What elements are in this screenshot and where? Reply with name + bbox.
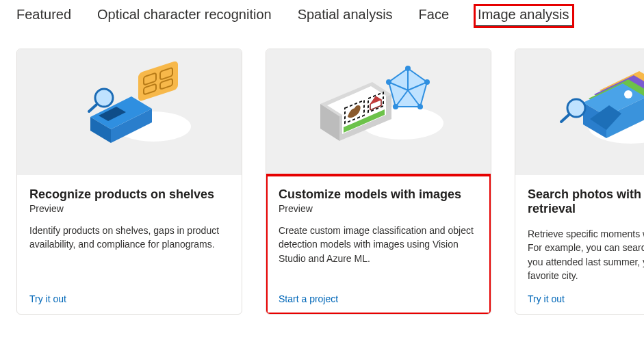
card-description: Create custom image classification and o… [279,224,478,282]
card-body: Recognize products on shelves Preview Id… [17,175,242,314]
shelf-scanner-icon [57,61,201,163]
card-search-photos[interactable]: Search photos with image retrieval Retri… [515,49,644,315]
tab-ocr[interactable]: Optical character recognition [97,5,272,29]
card-body: Search photos with image retrieval Retri… [515,175,644,314]
card-illustration [515,49,644,175]
svg-point-20 [424,79,430,85]
card-subtitle: Preview [29,203,229,214]
card-title: Recognize products on shelves [29,187,229,202]
svg-line-11 [89,105,96,111]
tab-face[interactable]: Face [419,5,449,29]
svg-point-19 [405,66,411,71]
svg-point-21 [386,79,391,85]
svg-point-22 [393,104,398,109]
cards-row: Recognize products on shelves Preview Id… [0,29,644,315]
card-title: Customize models with images [279,187,478,202]
start-a-project-link[interactable]: Start a project [279,293,478,304]
svg-point-41 [624,90,632,98]
card-description: Identify products on shelves, gaps in pr… [29,224,229,282]
svg-line-47 [561,115,569,122]
image-search-icon [549,57,644,167]
tab-spatial-analysis[interactable]: Spatial analysis [298,5,393,29]
try-it-out-link[interactable]: Try it out [528,293,644,304]
tab-image-analysis[interactable]: Image analysis [475,5,573,27]
card-illustration [266,49,491,175]
svg-point-23 [417,104,423,109]
card-description: Retrieve specific moments within your al… [528,227,644,282]
card-recognize-products[interactable]: Recognize products on shelves Preview Id… [16,49,242,315]
card-subtitle: Preview [279,203,478,214]
card-illustration [17,49,242,175]
try-it-out-link[interactable]: Try it out [29,293,229,304]
tab-featured[interactable]: Featured [16,5,71,29]
card-body: Customize models with images Preview Cre… [266,175,491,314]
custom-model-icon [300,57,457,167]
svg-point-46 [567,99,585,117]
tab-bar: Featured Optical character recognition S… [0,0,644,29]
card-title: Search photos with image retrieval [528,187,644,216]
svg-point-10 [95,89,113,107]
card-customize-models[interactable]: Customize models with images Preview Cre… [266,49,491,315]
